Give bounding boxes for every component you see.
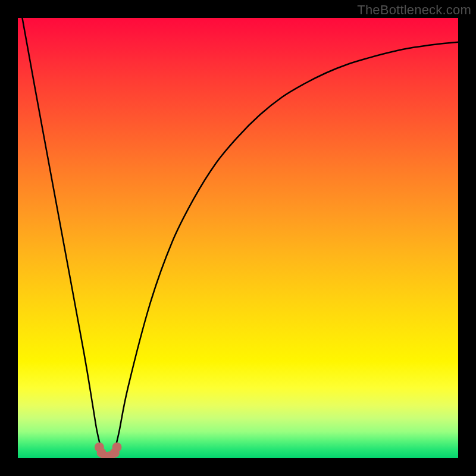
chart-plot-area	[18, 18, 458, 458]
curve-minimum-markers	[95, 443, 122, 459]
minimum-marker	[112, 443, 122, 452]
watermark-text: TheBottleneck.com	[357, 2, 471, 18]
bottleneck-curve	[18, 18, 458, 458]
curve-path	[22, 18, 458, 458]
chart-frame: TheBottleneck.com	[0, 0, 476, 476]
